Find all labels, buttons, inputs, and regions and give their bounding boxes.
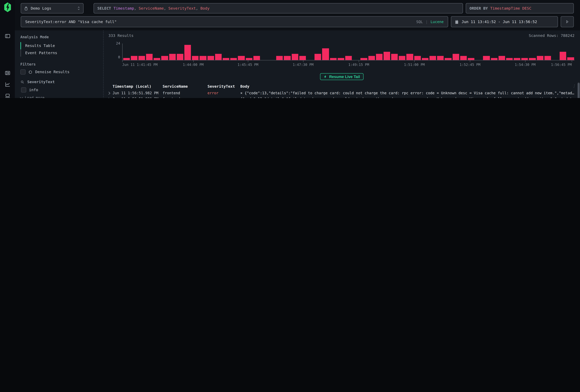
filter-option-info[interactable]: info [21, 87, 98, 93]
histogram-bar [299, 56, 306, 60]
x-tick-mark [525, 60, 526, 62]
histogram-bar [276, 56, 283, 60]
query-field: SeverityText [168, 6, 196, 10]
y-axis-min-label: 0 [109, 55, 120, 59]
histogram-bar [483, 56, 490, 60]
denoise-icon [28, 70, 32, 74]
histogram-bar [414, 56, 421, 60]
histogram-bar [146, 54, 153, 60]
select-query-input[interactable]: SELECT Timestamp, ServiceName, SeverityT… [94, 3, 463, 13]
app-logo-icon[interactable] [3, 2, 11, 12]
search-logs-icon[interactable] [4, 70, 10, 76]
query-field-separator: , [134, 6, 139, 10]
histogram-bar [560, 52, 566, 60]
histogram-bar [468, 58, 474, 60]
time-range-value: Jun 11 13:41:52 - Jun 11 13:56:52 [461, 19, 537, 24]
filter-checkbox[interactable] [21, 87, 26, 93]
histogram-bar [284, 56, 290, 60]
filter-group-severitytext: SeverityText [20, 80, 98, 84]
histogram-bar [246, 58, 252, 60]
denoise-checkbox[interactable] [20, 69, 26, 75]
results-summary: 333 Results Scanned Rows: 788242 [109, 33, 575, 38]
language-lucene-option[interactable]: Lucene [431, 20, 443, 24]
filter-group-name: SeverityText [27, 80, 55, 84]
order-by-value: TimestampTime DESC [490, 6, 531, 10]
x-tick-mark [470, 60, 470, 62]
resume-live-tail-button[interactable]: Resume Live Tail [320, 73, 363, 80]
histogram-bar [391, 54, 398, 60]
x-tick-label: 1:52:45 PM [460, 63, 480, 67]
column-header-body[interactable]: Body [240, 84, 576, 89]
x-tick-label: 1:45:45 PM [238, 63, 258, 67]
calendar-icon [455, 19, 459, 24]
search-icon[interactable] [20, 80, 25, 84]
query-field: Body [200, 6, 210, 10]
left-rail: ? U [0, 0, 15, 98]
x-tick-label: 1:44:00 PM [183, 63, 204, 67]
histogram-bar [230, 58, 237, 60]
language-sql-option[interactable]: SQL [416, 20, 423, 24]
histogram-bar [430, 56, 436, 60]
histogram-bar [238, 56, 245, 60]
histogram-bar [192, 56, 199, 60]
select-keyword: SELECT [97, 6, 111, 10]
histogram-bar [384, 52, 390, 60]
table-scrollbar-thumb[interactable] [578, 83, 580, 98]
x-tick-label: 1:56:45 PM [551, 63, 572, 67]
column-header-timestamp[interactable]: Timestamp (Local) [113, 84, 163, 89]
sessions-icon[interactable] [4, 93, 10, 98]
filter-option-label: info [29, 88, 38, 92]
log-rows: Jun 11 1:56:51.982 PMfrontenderror× {"co… [106, 90, 576, 98]
language-toggle: SQL | Lucene [416, 20, 444, 24]
histogram-bar [315, 54, 321, 60]
filters-sidebar: Analysis Mode Results TableEvent Pattern… [15, 30, 104, 98]
denoise-results-toggle[interactable]: Denoise Results [20, 69, 98, 75]
chart-explorer-icon[interactable] [4, 81, 10, 87]
sidebar-toggle-icon[interactable] [4, 33, 10, 39]
row-expand-icon[interactable] [107, 92, 110, 94]
table-row[interactable]: Jun 11 1:56:51.980 PMfrontenderror{"code… [106, 96, 576, 98]
x-tick-label: 1:51:00 PM [404, 63, 425, 67]
table-scrollbar[interactable] [578, 82, 580, 98]
query-field: Timestamp [114, 6, 134, 10]
histogram-bar [177, 54, 183, 60]
column-header-servicename[interactable]: ServiceName [163, 84, 208, 89]
histogram-plot[interactable] [122, 43, 575, 60]
column-options-icon[interactable]: ⋮ [572, 84, 576, 88]
histogram-bar [322, 48, 329, 60]
source-select[interactable]: Demo Logs [21, 3, 84, 13]
load-more-link[interactable]: Load more [20, 96, 98, 98]
histogram-bar [154, 58, 160, 60]
x-tick-mark [248, 60, 248, 62]
search-input[interactable] [25, 19, 416, 24]
histogram-bar [184, 45, 191, 60]
histogram-bar [330, 58, 336, 60]
time-range-picker[interactable]: Jun 11 13:41:52 - Jun 11 13:56:52 [451, 16, 558, 27]
x-tick-mark [193, 60, 194, 62]
histogram-bar [131, 56, 137, 60]
row-service-name: frontend [163, 97, 208, 98]
table-row[interactable]: Jun 11 1:56:51.982 PMfrontenderror× {"co… [106, 90, 576, 96]
select-query-fields: Timestamp, ServiceName, SeverityText, Bo… [114, 6, 209, 10]
histogram-bar [544, 56, 551, 60]
histogram-bar [253, 56, 260, 60]
histogram-bar [437, 56, 444, 60]
x-tick-label: 1:49:15 PM [348, 63, 369, 67]
sidebar-mode-results-table[interactable]: Results Table [20, 42, 98, 49]
run-query-button[interactable] [561, 16, 574, 27]
x-tick-mark [303, 60, 303, 62]
row-severity: error [208, 91, 240, 95]
database-icon [24, 6, 28, 10]
x-tick-mark [414, 60, 415, 62]
order-by-input[interactable]: ORDER BY TimestampTime DESC [466, 3, 574, 13]
content: Analysis Mode Results TableEvent Pattern… [15, 30, 580, 98]
histogram-bar [521, 58, 528, 60]
row-timestamp: Jun 11 1:56:51.982 PM [113, 91, 163, 95]
sidebar-mode-event-patterns[interactable]: Event Patterns [20, 49, 98, 57]
histogram-bar [361, 58, 367, 60]
histogram-bar [452, 54, 459, 60]
x-tick-label: Jun 11 1:41:45 PM [122, 63, 158, 67]
analysis-mode-list: Results TableEvent Patterns [20, 42, 98, 57]
column-header-severitytext[interactable]: SeverityText [208, 84, 240, 89]
row-expand-icon[interactable] [107, 97, 110, 98]
